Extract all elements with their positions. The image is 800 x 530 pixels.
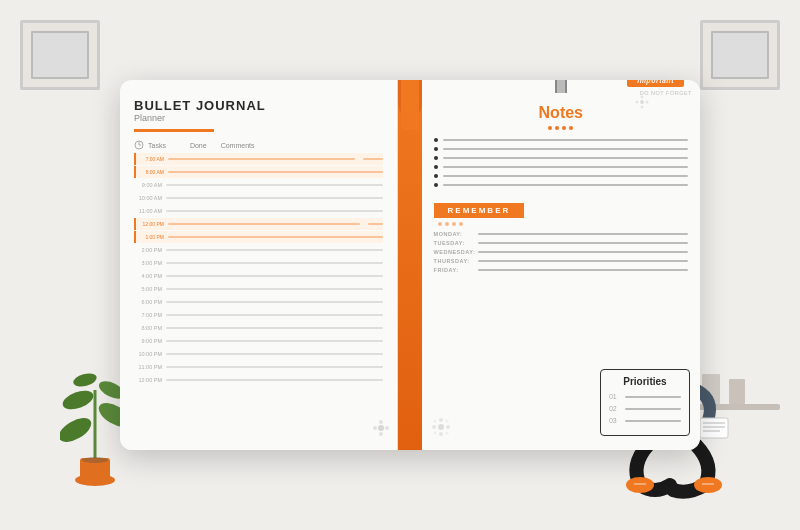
note-line-5: [434, 174, 688, 178]
svg-point-47: [433, 432, 436, 435]
priority-3: 03: [609, 417, 681, 424]
svg-point-23: [694, 477, 722, 493]
important-tag: important: [627, 80, 684, 87]
journal-subtitle: Planner: [134, 113, 383, 123]
clock-icon: [134, 140, 144, 150]
remember-section: REMEMBER MONDAY: TUESDAY: WEDNESDAY: THU…: [434, 199, 688, 273]
journal-title: BULLET JOURNAL: [134, 98, 383, 113]
svg-point-32: [379, 432, 383, 436]
page-clip: [555, 80, 567, 93]
journal: BULLET JOURNAL Planner Tasks Done Commen…: [120, 80, 700, 450]
svg-point-33: [373, 426, 377, 430]
priorities-title: Priorities: [609, 376, 681, 387]
priority-1: 01: [609, 393, 681, 400]
priorities-box: Priorities 01 02 03: [600, 369, 690, 436]
wall-frame-right: [700, 20, 780, 90]
col-comments: Comments: [221, 142, 255, 149]
notes-dots: [434, 126, 688, 130]
note-line-2: [434, 147, 688, 151]
svg-point-40: [438, 424, 444, 430]
day-wednesday: WEDNESDAY:: [434, 249, 688, 255]
svg-point-42: [439, 432, 443, 436]
svg-point-5: [60, 387, 96, 413]
remember-dots: [438, 222, 688, 226]
floral-deco-left: [371, 418, 391, 442]
priority-2: 02: [609, 405, 681, 412]
svg-point-34: [385, 426, 389, 430]
col-done: Done: [190, 142, 207, 149]
svg-point-22: [626, 477, 654, 493]
svg-point-43: [432, 425, 436, 429]
note-line-3: [434, 156, 688, 160]
left-page: BULLET JOURNAL Planner Tasks Done Commen…: [120, 80, 398, 450]
svg-point-38: [635, 101, 638, 104]
floral-deco-bottom: [430, 416, 452, 442]
svg-point-35: [640, 100, 644, 104]
svg-rect-17: [700, 418, 728, 438]
notes-section: Notes: [434, 104, 688, 187]
svg-point-37: [640, 106, 643, 109]
note-lines: [434, 138, 688, 187]
note-line-6: [434, 183, 688, 187]
svg-point-8: [82, 457, 108, 463]
svg-point-46: [445, 432, 448, 435]
svg-point-31: [379, 420, 383, 424]
svg-point-44: [446, 425, 450, 429]
day-thursday: THURSDAY:: [434, 258, 688, 264]
svg-point-7: [72, 371, 98, 389]
note-line-4: [434, 165, 688, 169]
day-monday: MONDAY:: [434, 231, 688, 237]
priorities-section: Priorities 01 02 03: [600, 369, 690, 436]
svg-point-3: [60, 413, 95, 447]
svg-point-45: [433, 420, 436, 423]
svg-point-41: [439, 418, 443, 422]
col-tasks: Tasks: [148, 142, 166, 149]
svg-point-30: [378, 425, 384, 431]
remember-badge: REMEMBER: [434, 203, 525, 218]
note-line-1: [434, 138, 688, 142]
wall-frame-left: [20, 20, 100, 90]
floral-deco-right: [634, 94, 650, 114]
svg-point-48: [445, 420, 448, 423]
svg-point-36: [640, 96, 643, 99]
time-rows: 7:00 AM 8:00 AM 9:00 AM 10:00 AM 11:00 A…: [134, 153, 383, 386]
svg-point-39: [645, 101, 648, 104]
journal-spine: [398, 80, 421, 450]
right-page: important DO NOT FORGET Notes: [422, 80, 700, 450]
day-tuesday: TUESDAY:: [434, 240, 688, 246]
orange-divider: [134, 129, 214, 132]
day-friday: FRIDAY:: [434, 267, 688, 273]
